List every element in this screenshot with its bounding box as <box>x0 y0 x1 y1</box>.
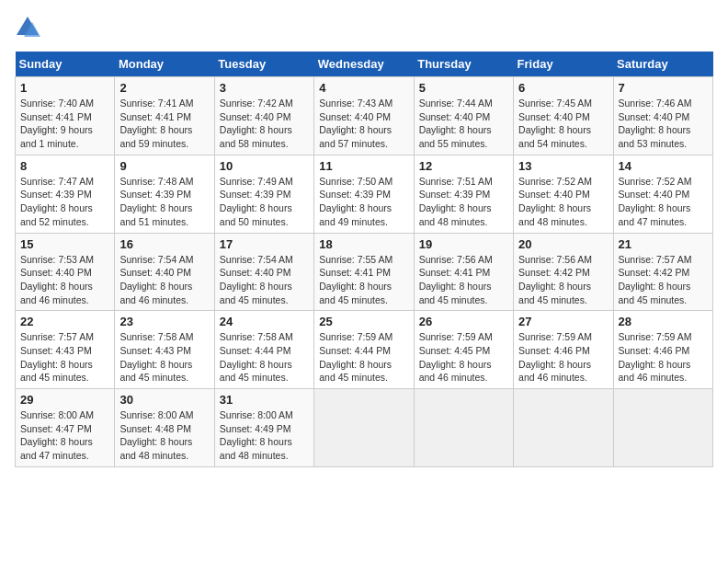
day-info: Sunrise: 7:49 AMSunset: 4:39 PMDaylight:… <box>220 175 309 229</box>
sunset-time: Sunset: 4:40 PM <box>419 111 491 122</box>
daylight-hours: Daylight: 8 hours and 45 minutes. <box>619 281 691 305</box>
sunset-time: Sunset: 4:43 PM <box>20 345 92 356</box>
sunrise-time: Sunrise: 7:51 AM <box>419 176 493 187</box>
day-info: Sunrise: 7:55 AMSunset: 4:41 PMDaylight:… <box>319 253 408 307</box>
col-header-sunday: Sunday <box>16 52 115 77</box>
sunrise-time: Sunrise: 7:42 AM <box>220 98 293 109</box>
day-info: Sunrise: 7:46 AMSunset: 4:40 PMDaylight:… <box>619 97 708 151</box>
calendar-cell: 30Sunrise: 8:00 AMSunset: 4:48 PMDayligh… <box>115 389 214 467</box>
day-info: Sunrise: 7:56 AMSunset: 4:41 PMDaylight:… <box>419 253 508 307</box>
daylight-hours: Daylight: 8 hours and 53 minutes. <box>619 124 691 149</box>
calendar-cell: 25Sunrise: 7:59 AMSunset: 4:44 PMDayligh… <box>314 311 414 389</box>
daylight-hours: Daylight: 8 hours and 47 minutes. <box>619 202 691 227</box>
sunrise-time: Sunrise: 7:43 AM <box>319 98 392 109</box>
sunset-time: Sunset: 4:40 PM <box>619 189 690 200</box>
sunset-time: Sunset: 4:44 PM <box>319 345 391 356</box>
day-info: Sunrise: 7:54 AMSunset: 4:40 PMDaylight:… <box>119 253 209 307</box>
daylight-hours: Daylight: 8 hours and 46 minutes. <box>419 359 492 384</box>
col-header-monday: Monday <box>115 52 214 77</box>
daylight-hours: Daylight: 8 hours and 45 minutes. <box>119 359 192 384</box>
calendar-cell: 1Sunrise: 7:40 AMSunset: 4:41 PMDaylight… <box>16 77 115 155</box>
daylight-hours: Daylight: 8 hours and 45 minutes. <box>220 281 292 305</box>
calendar-cell: 8Sunrise: 7:47 AMSunset: 4:39 PMDaylight… <box>16 155 115 233</box>
day-number: 11 <box>319 159 408 173</box>
page-header <box>15 15 713 40</box>
sunset-time: Sunset: 4:42 PM <box>518 267 590 278</box>
day-number: 17 <box>220 237 309 251</box>
calendar-cell: 24Sunrise: 7:58 AMSunset: 4:44 PMDayligh… <box>214 311 313 389</box>
day-info: Sunrise: 7:41 AMSunset: 4:41 PMDaylight:… <box>119 97 209 151</box>
calendar-cell: 5Sunrise: 7:44 AMSunset: 4:40 PMDaylight… <box>414 77 513 155</box>
sunset-time: Sunset: 4:46 PM <box>518 345 590 356</box>
day-number: 31 <box>220 393 309 407</box>
sunrise-time: Sunrise: 7:58 AM <box>220 331 293 342</box>
sunrise-time: Sunrise: 7:44 AM <box>419 98 493 109</box>
daylight-hours: Daylight: 8 hours and 59 minutes. <box>119 124 192 149</box>
day-number: 30 <box>119 393 209 407</box>
sunrise-time: Sunrise: 8:00 AM <box>119 409 193 420</box>
calendar-cell: 4Sunrise: 7:43 AMSunset: 4:40 PMDaylight… <box>314 77 414 155</box>
day-number: 14 <box>619 159 708 173</box>
day-number: 9 <box>119 159 209 173</box>
day-info: Sunrise: 7:57 AMSunset: 4:42 PMDaylight:… <box>619 253 708 307</box>
calendar-cell: 18Sunrise: 7:55 AMSunset: 4:41 PMDayligh… <box>314 233 414 311</box>
day-number: 4 <box>319 81 408 95</box>
calendar-cell: 16Sunrise: 7:54 AMSunset: 4:40 PMDayligh… <box>115 233 214 311</box>
calendar-cell: 19Sunrise: 7:56 AMSunset: 4:41 PMDayligh… <box>414 233 513 311</box>
day-number: 10 <box>220 159 309 173</box>
calendar-cell: 13Sunrise: 7:52 AMSunset: 4:40 PMDayligh… <box>514 155 613 233</box>
calendar-cell: 26Sunrise: 7:59 AMSunset: 4:45 PMDayligh… <box>414 311 513 389</box>
sunset-time: Sunset: 4:39 PM <box>119 189 191 200</box>
calendar-cell: 28Sunrise: 7:59 AMSunset: 4:46 PMDayligh… <box>613 311 712 389</box>
sunrise-time: Sunrise: 7:58 AM <box>119 331 193 342</box>
sunset-time: Sunset: 4:40 PM <box>20 267 92 278</box>
day-info: Sunrise: 7:57 AMSunset: 4:43 PMDaylight:… <box>20 330 109 385</box>
day-number: 2 <box>119 81 209 95</box>
daylight-hours: Daylight: 8 hours and 45 minutes. <box>518 281 591 305</box>
sunrise-time: Sunrise: 7:57 AM <box>20 331 94 342</box>
day-number: 19 <box>419 237 508 251</box>
day-info: Sunrise: 7:56 AMSunset: 4:42 PMDaylight:… <box>518 253 608 307</box>
day-info: Sunrise: 7:53 AMSunset: 4:40 PMDaylight:… <box>20 253 109 307</box>
day-number: 21 <box>619 237 708 251</box>
week-row-2: 8Sunrise: 7:47 AMSunset: 4:39 PMDaylight… <box>16 155 713 233</box>
calendar-cell: 12Sunrise: 7:51 AMSunset: 4:39 PMDayligh… <box>414 155 513 233</box>
sunrise-time: Sunrise: 7:45 AM <box>518 98 592 109</box>
day-number: 12 <box>419 159 508 173</box>
day-info: Sunrise: 7:44 AMSunset: 4:40 PMDaylight:… <box>419 97 508 151</box>
calendar-cell: 17Sunrise: 7:54 AMSunset: 4:40 PMDayligh… <box>214 233 313 311</box>
daylight-hours: Daylight: 8 hours and 52 minutes. <box>20 202 93 227</box>
sunset-time: Sunset: 4:40 PM <box>518 189 590 200</box>
daylight-hours: Daylight: 8 hours and 46 minutes. <box>518 359 591 384</box>
day-number: 16 <box>119 237 209 251</box>
day-info: Sunrise: 8:00 AMSunset: 4:49 PMDaylight:… <box>220 408 309 463</box>
col-header-friday: Friday <box>514 52 613 77</box>
sunset-time: Sunset: 4:40 PM <box>619 111 690 122</box>
sunset-time: Sunset: 4:41 PM <box>20 111 92 122</box>
week-row-5: 29Sunrise: 8:00 AMSunset: 4:47 PMDayligh… <box>16 389 713 467</box>
day-number: 24 <box>220 315 309 328</box>
sunset-time: Sunset: 4:40 PM <box>220 111 291 122</box>
daylight-hours: Daylight: 8 hours and 46 minutes. <box>20 281 93 305</box>
day-number: 15 <box>20 237 109 251</box>
daylight-hours: Daylight: 8 hours and 49 minutes. <box>319 202 392 227</box>
calendar-cell: 31Sunrise: 8:00 AMSunset: 4:49 PMDayligh… <box>214 389 313 467</box>
calendar-cell: 22Sunrise: 7:57 AMSunset: 4:43 PMDayligh… <box>16 311 115 389</box>
day-info: Sunrise: 8:00 AMSunset: 4:47 PMDaylight:… <box>20 408 109 463</box>
day-number: 20 <box>518 237 608 251</box>
daylight-hours: Daylight: 8 hours and 48 minutes. <box>220 436 292 461</box>
daylight-hours: Daylight: 8 hours and 45 minutes. <box>220 359 292 384</box>
day-number: 3 <box>220 81 309 95</box>
sunset-time: Sunset: 4:40 PM <box>119 267 191 278</box>
sunrise-time: Sunrise: 7:50 AM <box>319 176 392 187</box>
calendar-cell <box>414 389 513 467</box>
daylight-hours: Daylight: 8 hours and 58 minutes. <box>220 124 292 149</box>
sunset-time: Sunset: 4:45 PM <box>419 345 491 356</box>
calendar-cell: 23Sunrise: 7:58 AMSunset: 4:43 PMDayligh… <box>115 311 214 389</box>
day-info: Sunrise: 7:54 AMSunset: 4:40 PMDaylight:… <box>220 253 309 307</box>
daylight-hours: Daylight: 8 hours and 45 minutes. <box>20 359 93 384</box>
sunset-time: Sunset: 4:39 PM <box>419 189 491 200</box>
logo <box>15 15 44 40</box>
col-header-wednesday: Wednesday <box>314 52 414 77</box>
calendar-cell: 7Sunrise: 7:46 AMSunset: 4:40 PMDaylight… <box>613 77 712 155</box>
